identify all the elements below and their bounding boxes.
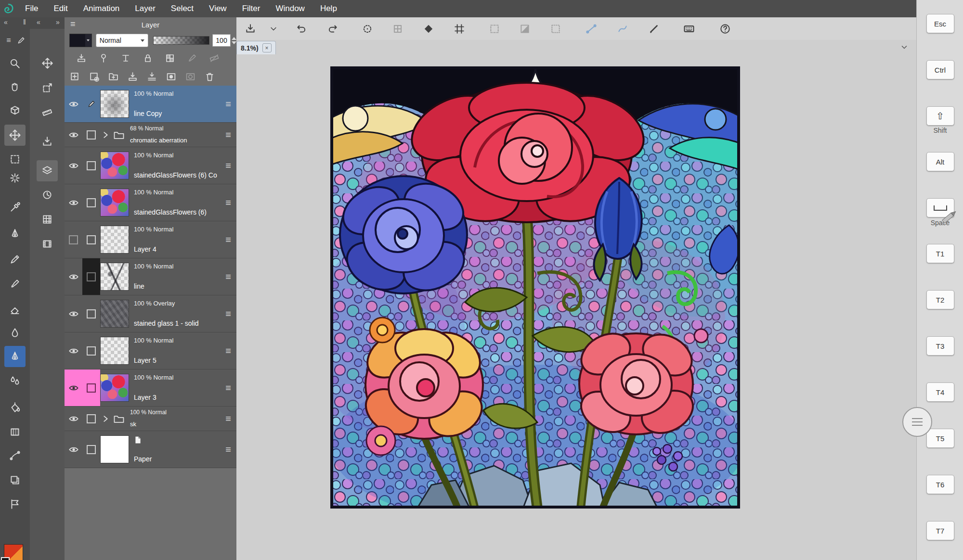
collapse-left-icon[interactable]: « (4, 18, 8, 26)
layer-menu-handle[interactable]: ≡ (220, 369, 236, 406)
layer-checkbox[interactable] (82, 431, 100, 468)
ruler-off-icon[interactable] (208, 52, 221, 64)
panel-menu-icon[interactable]: ≡ (70, 19, 76, 29)
layer-row-layer-4[interactable]: 100 % Normal Layer 4 ≡ (65, 221, 236, 258)
canvas-artwork[interactable] (330, 66, 740, 509)
t4-key[interactable]: T4 (926, 382, 954, 402)
keyboard-icon[interactable] (682, 22, 696, 36)
lock-icon[interactable] (142, 52, 154, 64)
pen-icon[interactable] (4, 223, 26, 244)
collapse-tools-icon[interactable]: « (37, 18, 40, 26)
layer-color-swatch[interactable] (69, 34, 92, 47)
layer-checkbox[interactable] (82, 221, 100, 258)
new-vector-layer-icon[interactable] (88, 70, 100, 83)
edit-pen-icon[interactable] (15, 35, 27, 46)
menu-layer[interactable]: Layer (127, 0, 163, 17)
t6-key[interactable]: T6 (926, 475, 954, 494)
layer-visibility-toggle[interactable] (65, 147, 82, 184)
pencil-icon[interactable] (4, 249, 26, 270)
blend-mode-select[interactable]: Normal (96, 34, 148, 47)
layer-thumbnail[interactable] (100, 221, 129, 258)
material-icon[interactable] (390, 22, 405, 36)
layer-checkbox[interactable] (82, 332, 100, 369)
t1-key[interactable]: T1 (926, 244, 954, 263)
layer-thumbnail[interactable] (100, 332, 129, 369)
layer-menu-handle[interactable]: ≡ (220, 86, 236, 122)
grid-icon[interactable] (37, 209, 58, 230)
mask-area-icon[interactable] (184, 70, 196, 83)
layer-row-line-copy[interactable]: 100 % Normal line Copy ≡ (65, 86, 236, 123)
paper-settings-icon[interactable] (134, 435, 220, 446)
operate-3d-icon[interactable] (4, 100, 26, 121)
panel-menu-icon[interactable]: ≡ (3, 35, 14, 46)
pan-icon[interactable] (37, 52, 58, 74)
opacity-steppers[interactable] (232, 37, 236, 44)
merge-down-icon[interactable] (145, 70, 158, 83)
transfer-down-icon[interactable] (126, 70, 139, 83)
folder-expand-chevron-icon[interactable] (100, 123, 111, 147)
layer-checkbox[interactable] (82, 147, 100, 184)
crop-frame-icon[interactable] (452, 22, 467, 36)
layer-checkbox[interactable] (82, 184, 100, 221)
menu-window[interactable]: Window (268, 0, 312, 17)
esc-key[interactable]: Esc (926, 14, 954, 33)
menu-view[interactable]: View (201, 0, 234, 17)
mix-drops-icon[interactable] (4, 370, 26, 391)
help-icon[interactable] (718, 22, 732, 36)
eyedropper-icon[interactable] (4, 197, 26, 218)
layer-menu-handle[interactable]: ≡ (220, 332, 236, 369)
export-icon[interactable] (243, 22, 258, 36)
pin-panel-icon[interactable]: ‖ (23, 18, 26, 26)
clip-below-icon[interactable] (75, 52, 88, 64)
zoom-icon[interactable] (4, 53, 26, 74)
move-tool-icon[interactable] (4, 125, 26, 146)
opacity-value[interactable]: 100 (212, 34, 231, 47)
bucket-icon[interactable] (4, 397, 26, 418)
decoration-pen-icon[interactable] (4, 346, 26, 367)
brush-icon[interactable] (4, 273, 26, 294)
t5-key[interactable]: T5 (926, 429, 954, 448)
marquee-icon[interactable] (4, 149, 26, 170)
lock-transparent-icon[interactable] (164, 52, 176, 64)
blend-drop-icon[interactable] (4, 322, 26, 344)
snap-icon[interactable] (360, 22, 375, 36)
transform-icon[interactable] (37, 77, 58, 99)
t7-key[interactable]: T7 (926, 521, 954, 540)
select-dashed-icon[interactable] (487, 22, 502, 36)
layer-visibility-toggle[interactable] (65, 332, 82, 369)
layer-row-layer-3[interactable]: 100 % Normal Layer 3 ≡ (65, 369, 236, 407)
layer-menu-handle[interactable]: ≡ (220, 295, 236, 332)
panel-drag-handle[interactable] (902, 407, 932, 437)
gradient-icon[interactable] (4, 421, 26, 443)
layer-row-chromatic-aberration[interactable]: 68 % Normal chromatic aberration ≡ (65, 123, 236, 147)
layer-row-stainedglassflowers-copy[interactable]: 100 % Normal stainedGlassFlowers (6) Co … (65, 147, 236, 184)
menu-animation[interactable]: Animation (76, 0, 128, 17)
select-dotted-icon[interactable] (548, 22, 563, 36)
layer-thumbnail[interactable] (100, 184, 129, 221)
layer-menu-handle[interactable]: ≡ (220, 221, 236, 258)
shift-key[interactable]: ⇧ (926, 106, 954, 126)
layer-thumbnail[interactable] (100, 369, 129, 406)
correct-line-icon[interactable] (4, 494, 26, 515)
mask-icon[interactable] (165, 70, 177, 83)
draft-icon[interactable] (186, 52, 198, 64)
ruler-icon[interactable] (37, 102, 58, 123)
expand-tools-icon[interactable]: » (56, 18, 60, 26)
opacity-value-box[interactable]: 100 (212, 34, 236, 47)
menu-file[interactable]: File (17, 0, 46, 17)
layer-thumbnail[interactable] (100, 258, 129, 295)
document-tab[interactable]: 8.1%) × (236, 41, 276, 54)
select-half-icon[interactable] (518, 22, 532, 36)
new-layer-icon[interactable] (68, 70, 81, 83)
layers-icon[interactable] (37, 160, 58, 181)
layer-checkbox[interactable] (82, 123, 100, 147)
layer-visibility-toggle[interactable] (65, 86, 82, 122)
layer-row-layer-5[interactable]: 100 % Normal Layer 5 ≡ (65, 332, 236, 369)
wand-icon[interactable] (4, 167, 26, 189)
t3-key[interactable]: T3 (926, 336, 954, 356)
curve-tool-icon[interactable] (615, 22, 630, 36)
layer-thumbnail[interactable] (100, 147, 129, 184)
line-tool-icon[interactable] (584, 22, 599, 36)
layer-checkbox[interactable] (82, 369, 100, 406)
tabstrip-chevron-icon[interactable] (900, 43, 909, 53)
